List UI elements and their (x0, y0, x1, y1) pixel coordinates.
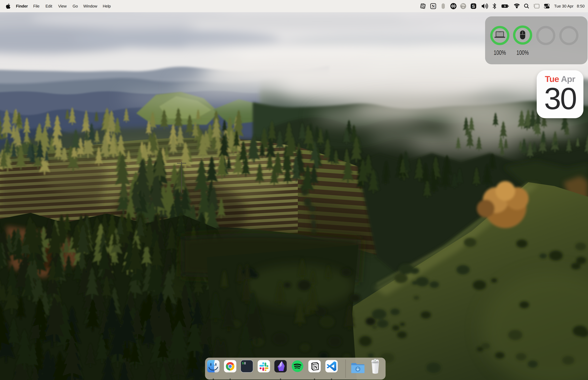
svg-text:Tue 30 Apr: Tue 30 Apr (554, 4, 574, 8)
svg-text:N: N (432, 4, 435, 9)
svg-text:8:50: 8:50 (577, 4, 585, 8)
svg-text:100%: 100% (494, 49, 506, 56)
svg-text:N: N (314, 364, 317, 370)
svg-text:S: S (472, 4, 475, 9)
svg-text:100%: 100% (516, 49, 529, 56)
svg-text:$: $ (242, 362, 244, 365)
